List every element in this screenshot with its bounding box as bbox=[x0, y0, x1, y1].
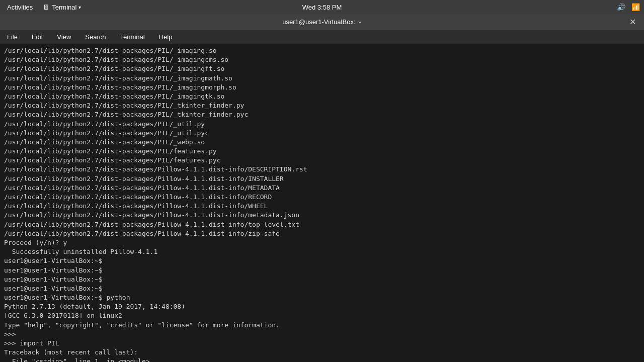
menu-search[interactable]: Search bbox=[82, 32, 109, 42]
menu-file[interactable]: File bbox=[4, 32, 21, 42]
datetime-display: Wed 3:58 PM bbox=[302, 4, 342, 11]
terminal-icon: 🖥 bbox=[43, 3, 50, 11]
window-title: user1@user1-VirtualBox: ~ bbox=[16, 18, 627, 26]
terminal-output[interactable]: /usr/local/lib/python2.7/dist-packages/P… bbox=[0, 44, 644, 362]
top-bar-left: Activities 🖥 Terminal ▾ bbox=[4, 2, 84, 12]
terminal-app-button[interactable]: 🖥 Terminal ▾ bbox=[40, 2, 84, 12]
top-system-bar: Activities 🖥 Terminal ▾ Wed 3:58 PM 🔊 📶 bbox=[0, 0, 644, 14]
close-button[interactable]: ✕ bbox=[627, 17, 638, 27]
chevron-down-icon: ▾ bbox=[78, 5, 81, 10]
terminal-label: Terminal bbox=[52, 4, 76, 11]
activities-button[interactable]: Activities bbox=[4, 3, 36, 12]
menu-bar: File Edit View Search Terminal Help bbox=[0, 30, 644, 44]
menu-edit[interactable]: Edit bbox=[29, 32, 46, 42]
menu-help[interactable]: Help bbox=[156, 32, 176, 42]
network-icon[interactable]: 📶 bbox=[631, 3, 640, 11]
menu-view[interactable]: View bbox=[54, 32, 74, 42]
title-bar: user1@user1-VirtualBox: ~ ✕ bbox=[0, 14, 644, 30]
volume-icon[interactable]: 🔊 bbox=[617, 3, 625, 11]
top-bar-right: 🔊 📶 bbox=[617, 3, 640, 11]
terminal-window: user1@user1-VirtualBox: ~ ✕ File Edit Vi… bbox=[0, 14, 644, 362]
menu-terminal[interactable]: Terminal bbox=[117, 32, 148, 42]
